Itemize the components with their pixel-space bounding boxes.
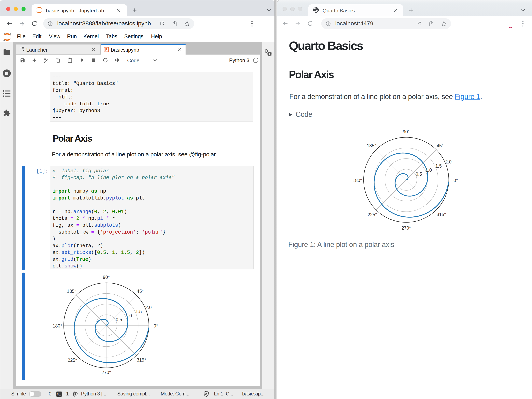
svg-text:270°: 270° [401, 226, 411, 231]
svg-text:315°: 315° [437, 212, 446, 217]
svg-text:2.0: 2.0 [445, 159, 451, 165]
svg-text:0.5: 0.5 [416, 172, 422, 177]
svg-text:225°: 225° [367, 212, 377, 217]
svg-text:135°: 135° [367, 143, 376, 148]
svg-text:1.5: 1.5 [435, 163, 442, 169]
svg-text:90°: 90° [403, 129, 410, 134]
svg-text:0°: 0° [454, 178, 458, 183]
svg-text:1.0: 1.0 [425, 168, 432, 173]
svg-text:45°: 45° [437, 143, 444, 148]
svg-text:180°: 180° [353, 178, 362, 183]
